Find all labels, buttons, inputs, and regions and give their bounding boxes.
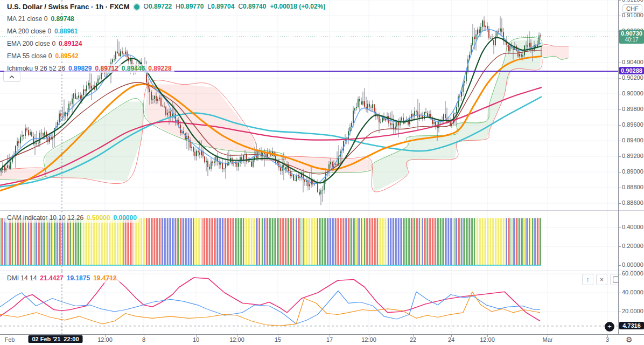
symbol-legend-row[interactable]: U.S. Dollar / Swiss Franc · 1h · FXCM O0… <box>4 2 328 11</box>
indicator-value: 0.89228 <box>148 65 171 73</box>
cam-tick-label: 0.20000 <box>622 243 643 249</box>
time-tick-label: 12:00 <box>229 336 244 343</box>
indicator-name: EMA 55 close 0 <box>7 52 52 60</box>
time-tick-label: Feb <box>5 336 15 343</box>
indicator-name: MA 200 close 0 <box>7 27 51 36</box>
price-tick-label: 0.89800 <box>622 106 643 112</box>
dmi-tick-label: 40.0000 <box>622 289 643 295</box>
price-axis[interactable]: CHF 0.912000.910000.908000.904000.902000… <box>618 0 644 334</box>
indicator-name: DMI 14 14 <box>7 274 37 282</box>
indicator-value: 0.89446 <box>122 65 145 73</box>
pane-separator-2[interactable] <box>0 271 618 271</box>
indicator-legend-row[interactable]: MA 21 close 00.89748 <box>4 15 77 24</box>
data-window-dot-icon[interactable] <box>133 3 141 11</box>
pane-maximize-button[interactable] <box>610 274 618 285</box>
symbol-title: U.S. Dollar / Swiss Franc · 1h · FXCM <box>7 3 130 11</box>
time-tick-label: 12:00 <box>97 336 113 343</box>
indicator-value: 0.88961 <box>54 27 78 36</box>
last-price-tag: 0.9073040:17 <box>619 30 644 44</box>
dmi-indicator-legend[interactable]: DMI 14 1421.442719.187519.4712 <box>4 274 120 286</box>
time-tick-label: 8 <box>142 336 145 343</box>
indicator-legend-row[interactable]: EMA 55 close 00.89542 <box>4 52 81 61</box>
trading-chart-app: U.S. Dollar / Swiss Franc · 1h · FXCM O0… <box>0 0 644 345</box>
time-axis[interactable]: ⚙ Feb12:0081012:00151712:00222412:00Mar3… <box>0 334 644 345</box>
indicator-name: MA 21 close 0 <box>7 15 47 23</box>
time-tick-label: 12:00 <box>480 336 495 343</box>
indicator-value: 19.4712 <box>93 274 116 282</box>
time-tick-label: 24 <box>448 336 454 343</box>
time-tick-label: 3 <box>606 336 609 343</box>
time-tick-label: 12:00 <box>361 336 376 343</box>
price-tick-label: 0.89400 <box>622 137 643 143</box>
indicator-legend-row[interactable]: MA 200 close 00.88961 <box>4 27 80 36</box>
price-tick-label: 0.89600 <box>622 121 643 128</box>
price-tick-label: 0.89000 <box>622 168 643 175</box>
indicator-value: 0.89542 <box>55 52 78 60</box>
dmi-level-tag: 4.7316 <box>619 322 644 329</box>
time-tick-label: 22 <box>410 336 416 343</box>
ohlc-item: C0.89740 <box>238 3 266 11</box>
ohlc-item: L0.89704 <box>207 3 234 11</box>
price-tick-label: 0.90400 <box>622 59 643 65</box>
purple-level-tag: 0.90288 <box>619 67 644 74</box>
ohlc-item: O0.89722 <box>144 3 172 11</box>
indicator-name: EMA 200 close 0 <box>7 40 55 48</box>
indicator-legend-row[interactable]: CAM indicator 10 10 12 260.500000.00000 <box>4 213 139 223</box>
time-tick-label: 17 <box>326 336 333 343</box>
indicator-value: 19.1875 <box>67 274 90 282</box>
chart-area[interactable]: U.S. Dollar / Swiss Franc · 1h · FXCM O0… <box>0 0 618 334</box>
maximize-icon <box>613 277 618 282</box>
settings-gear-icon[interactable]: ⚙ <box>626 335 633 344</box>
indicator-value: 0.89124 <box>59 40 82 48</box>
change-value: +0.00018 (+0.02%) <box>270 3 325 11</box>
indicator-name: CAM indicator 10 10 12 26 <box>7 214 83 222</box>
time-tick-label: 15 <box>275 336 281 343</box>
add-alert-plus-icon[interactable]: + <box>605 322 614 332</box>
pane-separator-1[interactable] <box>0 210 618 211</box>
indicator-value: 0.50000 <box>87 214 110 222</box>
indicator-value: 21.4427 <box>40 274 63 282</box>
ohlc-item: H0.89770 <box>176 3 204 11</box>
dmi-tick-label: 20.0000 <box>622 308 643 314</box>
legend-collapse-button[interactable] <box>3 72 20 82</box>
pane-close-button[interactable]: × <box>596 274 607 285</box>
indicator-value: 0.89712 <box>95 65 118 73</box>
time-tick-label: 10 <box>193 336 199 343</box>
crosshair-time-tag: 02 Feb '21 22:00 <box>28 335 82 343</box>
time-tick-label: Mar <box>543 336 553 343</box>
cam-tick-label: 0.40000 <box>622 224 643 230</box>
cam-indicator-legend[interactable]: CAM indicator 10 10 12 260.500000.00000 <box>4 213 139 226</box>
price-tick-label: 0.88600 <box>622 199 643 206</box>
indicator-value: 0.89748 <box>51 15 74 23</box>
indicator-legend-row[interactable]: Ichimoku 9 26 52 260.898290.897120.89446… <box>4 64 174 73</box>
indicator-legend-row[interactable]: DMI 14 1421.442719.187519.4712 <box>4 274 120 283</box>
legend: U.S. Dollar / Swiss Franc · 1h · FXCM O0… <box>4 2 328 77</box>
pane-controls: ↑ × <box>582 274 618 285</box>
indicator-value: 0.89829 <box>68 65 92 73</box>
price-tick-label: 0.90200 <box>622 74 643 81</box>
indicator-value: 0.00000 <box>113 214 136 222</box>
price-tick-label: 0.90000 <box>622 90 643 96</box>
cam-tick-label: 0.00000 <box>622 261 643 268</box>
price-tick-label: 0.91000 <box>622 12 643 18</box>
price-tick-label: 0.91200 <box>622 0 643 3</box>
chevron-up-icon <box>9 75 15 79</box>
price-tick-label: 0.89200 <box>622 153 643 159</box>
pane-move-up-button[interactable]: ↑ <box>582 274 593 285</box>
indicator-legend-row[interactable]: EMA 200 close 00.89124 <box>4 39 85 49</box>
price-tick-label: 0.88800 <box>622 184 643 190</box>
ohlc-values: O0.89722H0.89770L0.89704C0.89740+0.00018… <box>144 3 326 11</box>
